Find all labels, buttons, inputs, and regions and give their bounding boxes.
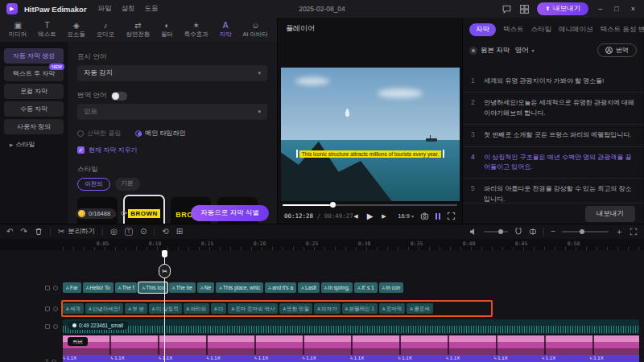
- subtitle-clip[interactable]: 피자가: [314, 303, 340, 314]
- sidebar-item[interactable]: 자동 자막 생성: [4, 48, 64, 64]
- playhead-handle[interactable]: [162, 250, 167, 257]
- toolbar-tab[interactable]: T 텍스트: [38, 22, 56, 39]
- subtitle-clip[interactable]: 이 상징적: [149, 303, 182, 314]
- sidebar-item[interactable]: 수동 자막: [4, 101, 64, 117]
- subtitle-clip[interactable]: In spring,: [321, 282, 353, 293]
- subtitle-clip[interactable]: The f: [115, 282, 138, 293]
- undo-icon[interactable]: ↶: [6, 228, 13, 236]
- toolbar-tab[interactable]: ▣ 미디어: [9, 22, 27, 39]
- split-button[interactable]: ✂ 분리하기: [58, 227, 95, 237]
- subtitle-clip[interactable]: 다: [211, 303, 226, 314]
- toolbar-tab[interactable]: ♪ 오디오: [97, 22, 115, 39]
- subtitle-clip[interactable]: and it's a: [265, 282, 296, 293]
- next-frame-button[interactable]: ▶: [382, 213, 386, 220]
- track-visibility-icon[interactable]: [52, 360, 56, 362]
- subtitle-clip[interactable]: 본멸레인 1: [342, 303, 378, 314]
- redo-icon[interactable]: ↷: [20, 228, 27, 236]
- subtitle-clip[interactable]: 로마제: [379, 303, 405, 314]
- toolbar-tab[interactable]: ⇄ 장면전환: [126, 22, 150, 39]
- subtitle-clip[interactable]: Far: [63, 282, 81, 293]
- subtitle-list-item[interactable]: 3 첫 번째로 소개할 곳은 프랑스 파리의 에펠탑입니다.: [463, 125, 643, 146]
- panel-tab[interactable]: 텍스트: [503, 25, 524, 35]
- cover-label[interactable]: 커버: [68, 337, 88, 346]
- preview-pause-icon[interactable]: [436, 213, 440, 220]
- fullscreen-icon[interactable]: [447, 212, 456, 220]
- track-visibility-icon[interactable]: [53, 306, 58, 311]
- seek-bar[interactable]: [283, 203, 457, 208]
- snapshot-icon[interactable]: [420, 212, 429, 220]
- volume-icon[interactable]: [469, 228, 477, 236]
- source-language-value[interactable]: 영어: [514, 46, 528, 56]
- zoom-out-icon[interactable]: −: [551, 228, 555, 236]
- subtitle-clip[interactable]: Lastl: [298, 282, 320, 293]
- timeline-ruler[interactable]: 0:050:100:150:200:250:300:350:400:450:50: [0, 239, 644, 250]
- toolbar-tab[interactable]: A 자막: [220, 22, 232, 39]
- prev-frame-button[interactable]: ◀: [353, 213, 357, 220]
- subtitle-clip[interactable]: This ico: [138, 282, 167, 293]
- timeline-zoom-slider[interactable]: [562, 231, 609, 232]
- subtitle-handle-right[interactable]: [443, 150, 444, 158]
- snap-icon[interactable]: [529, 228, 537, 236]
- keyframe-icon[interactable]: ⊙: [140, 228, 147, 236]
- seek-knob[interactable]: [330, 202, 336, 208]
- refresh-icon[interactable]: ⟳: [121, 209, 127, 218]
- subtitle-overlay[interactable]: This iconic structure attracts millions …: [281, 150, 460, 158]
- audio-track-header[interactable]: [45, 321, 61, 331]
- subtitle-clip[interactable]: It' s 1: [354, 282, 377, 293]
- video-track-header[interactable]: 7: [45, 356, 61, 362]
- play-button[interactable]: ▶: [367, 212, 374, 220]
- feedback-icon[interactable]: [502, 4, 512, 14]
- style-tab[interactable]: 이전의: [77, 178, 110, 191]
- subtitle-list-item[interactable]: 1 세계의 유명 관광지이자 가봐야 할 명소들!: [463, 71, 643, 93]
- panel-tab[interactable]: 자막: [469, 23, 496, 36]
- magnet-icon[interactable]: [514, 228, 522, 236]
- maximize-button[interactable]: □: [612, 5, 621, 13]
- subtitle-clip[interactable]: 안녕하세요!: [85, 303, 123, 314]
- subtitle-handle-left[interactable]: [296, 150, 298, 158]
- sidebar-item[interactable]: 텍스트 투 자막NEW: [4, 66, 64, 81]
- sidebar-item[interactable]: ▶스타일: [4, 137, 64, 152]
- sidebar-item[interactable]: 로컬 자막: [4, 84, 64, 99]
- layout-icon[interactable]: [519, 4, 530, 14]
- track-visibility-icon[interactable]: [53, 324, 58, 329]
- video-audio-band[interactable]: 1.1X1.1X1.1X1.1X1.1X1.1X1.1X1.1X1.1X1.1X…: [63, 355, 639, 362]
- translate-toggle[interactable]: [111, 92, 127, 101]
- add-text-icon[interactable]: T: [125, 228, 133, 236]
- subtitle-clip[interactable]: The be: [169, 282, 196, 293]
- translate-button[interactable]: A 번역: [597, 43, 637, 57]
- subtitle-list-item[interactable]: 4 이 상징적인 구조물은 매년 수백만 명의 관광객을 끌어들이고 있어요.: [463, 147, 643, 179]
- video-preview[interactable]: This iconic structure attracts millions …: [281, 68, 460, 201]
- subtitle-clip[interactable]: 또한 멋질: [279, 303, 312, 314]
- subtitle-clip[interactable]: 콜로세: [407, 303, 432, 314]
- subtitle-clip[interactable]: 첫 번: [125, 303, 147, 314]
- menu-item[interactable]: 파일: [98, 4, 112, 14]
- volume-slider[interactable]: [484, 231, 508, 232]
- sidebar-item[interactable]: 사용자 정의: [4, 119, 64, 134]
- grid-icon[interactable]: ⊞: [176, 228, 183, 236]
- menu-item[interactable]: 도움: [145, 4, 159, 14]
- subtitle-list-item[interactable]: 5 파리의 아름다운 전경을 감상할 수 있는 최고의 장소입니다.: [463, 179, 643, 203]
- track2-header[interactable]: [45, 303, 61, 314]
- marker-icon[interactable]: ◎: [110, 228, 118, 236]
- style-tab[interactable]: 기본: [115, 178, 140, 191]
- minimize-button[interactable]: –: [596, 5, 605, 13]
- loop-icon[interactable]: ⟲: [162, 228, 168, 236]
- radio-selected-clip[interactable]: 선택한 클립: [77, 129, 121, 138]
- toolbar-tab[interactable]: ☺ AI 아바타: [242, 22, 268, 39]
- clear-subtitles-checkbox[interactable]: 현재 자막 지우기: [77, 146, 267, 154]
- audio-track-clip[interactable]: 0:49 223461_small: [63, 319, 639, 334]
- auto-generate-subtitles-button[interactable]: 자동으로 자막 식별: [191, 205, 269, 221]
- subtitle-clip[interactable]: 세계: [63, 303, 84, 314]
- subtitle-clip[interactable]: Hello! To: [83, 282, 114, 293]
- export-button[interactable]: ⬆내보내기: [537, 2, 588, 15]
- playhead[interactable]: ✂: [164, 250, 165, 362]
- panel-tab[interactable]: 애니메이션: [559, 25, 593, 35]
- delete-icon[interactable]: [35, 228, 43, 236]
- toolbar-tab[interactable]: ◐ 필터: [161, 22, 173, 39]
- menu-item[interactable]: 설정: [122, 4, 135, 14]
- translate-language-select[interactable]: 없음 ▾: [77, 104, 267, 120]
- subtitle-clip[interactable]: This place, whic: [216, 282, 263, 293]
- panel-tab[interactable]: 스타일: [531, 25, 552, 35]
- panel-tab[interactable]: 텍스트 음성 변환: [601, 25, 644, 35]
- subtitle-export-button[interactable]: 내보내기: [585, 206, 635, 222]
